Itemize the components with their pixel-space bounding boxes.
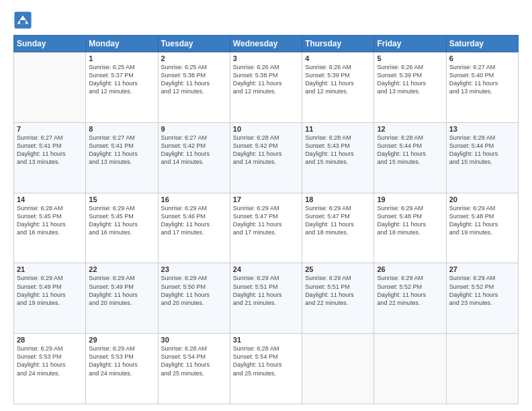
page: SundayMondayTuesdayWednesdayThursdayFrid… (0, 0, 532, 411)
day-info: Sunrise: 6:29 AM Sunset: 5:51 PM Dayligh… (305, 274, 371, 307)
calendar-cell: 30Sunrise: 6:28 AM Sunset: 5:54 PM Dayli… (158, 334, 230, 404)
day-info: Sunrise: 6:29 AM Sunset: 5:48 PM Dayligh… (377, 204, 443, 237)
logo-icon (13, 11, 32, 30)
day-number: 22 (89, 265, 154, 273)
calendar-cell: 29Sunrise: 6:29 AM Sunset: 5:53 PM Dayli… (86, 334, 158, 404)
calendar-cell (374, 334, 446, 404)
calendar-cell: 22Sunrise: 6:29 AM Sunset: 5:49 PM Dayli… (86, 263, 158, 334)
calendar-cell: 1Sunrise: 6:25 AM Sunset: 5:37 PM Daylig… (86, 52, 158, 123)
day-number: 18 (305, 195, 371, 203)
calendar-cell (446, 334, 518, 404)
calendar-cell (14, 52, 86, 123)
calendar-cell: 25Sunrise: 6:29 AM Sunset: 5:51 PM Dayli… (302, 263, 374, 334)
day-info: Sunrise: 6:28 AM Sunset: 5:44 PM Dayligh… (449, 134, 515, 167)
day-header-sunday: Sunday (14, 36, 86, 52)
day-info: Sunrise: 6:29 AM Sunset: 5:45 PM Dayligh… (89, 204, 154, 237)
day-info: Sunrise: 6:28 AM Sunset: 5:43 PM Dayligh… (305, 134, 371, 167)
calendar-cell: 9Sunrise: 6:27 AM Sunset: 5:42 PM Daylig… (158, 122, 230, 193)
calendar-cell: 15Sunrise: 6:29 AM Sunset: 5:45 PM Dayli… (86, 193, 158, 263)
day-number: 19 (377, 195, 443, 203)
day-info: Sunrise: 6:28 AM Sunset: 5:45 PM Dayligh… (17, 204, 83, 237)
calendar-week-row: 7Sunrise: 6:27 AM Sunset: 5:41 PM Daylig… (14, 122, 519, 193)
day-number: 4 (305, 54, 371, 62)
day-number: 27 (449, 265, 515, 273)
day-number: 8 (89, 125, 154, 133)
day-info: Sunrise: 6:25 AM Sunset: 5:37 PM Dayligh… (89, 63, 154, 96)
calendar-cell: 5Sunrise: 6:26 AM Sunset: 5:39 PM Daylig… (374, 52, 446, 123)
calendar-cell: 31Sunrise: 6:28 AM Sunset: 5:54 PM Dayli… (230, 334, 302, 404)
day-number: 6 (449, 54, 515, 62)
day-number: 15 (89, 195, 154, 203)
day-number: 17 (233, 195, 299, 203)
day-number: 13 (449, 125, 515, 133)
day-number: 1 (89, 54, 154, 62)
day-info: Sunrise: 6:29 AM Sunset: 5:49 PM Dayligh… (89, 274, 154, 307)
calendar-week-row: 28Sunrise: 6:29 AM Sunset: 5:53 PM Dayli… (14, 334, 519, 404)
calendar-cell: 23Sunrise: 6:29 AM Sunset: 5:50 PM Dayli… (158, 263, 230, 334)
calendar-cell: 18Sunrise: 6:29 AM Sunset: 5:47 PM Dayli… (302, 193, 374, 263)
day-number: 3 (233, 54, 299, 62)
day-info: Sunrise: 6:27 AM Sunset: 5:41 PM Dayligh… (89, 134, 154, 167)
calendar-cell: 20Sunrise: 6:29 AM Sunset: 5:48 PM Dayli… (446, 193, 518, 263)
calendar-cell: 27Sunrise: 6:29 AM Sunset: 5:52 PM Dayli… (446, 263, 518, 334)
day-number: 9 (161, 125, 227, 133)
day-info: Sunrise: 6:29 AM Sunset: 5:53 PM Dayligh… (17, 345, 83, 377)
day-number: 7 (17, 125, 83, 133)
day-info: Sunrise: 6:29 AM Sunset: 5:46 PM Dayligh… (161, 204, 227, 237)
day-info: Sunrise: 6:29 AM Sunset: 5:52 PM Dayligh… (377, 274, 443, 307)
calendar-cell: 13Sunrise: 6:28 AM Sunset: 5:44 PM Dayli… (446, 122, 518, 193)
header (13, 11, 519, 30)
day-header-tuesday: Tuesday (158, 36, 230, 52)
svg-rect-2 (20, 20, 26, 24)
calendar-cell: 10Sunrise: 6:28 AM Sunset: 5:42 PM Dayli… (230, 122, 302, 193)
day-info: Sunrise: 6:29 AM Sunset: 5:49 PM Dayligh… (17, 274, 83, 307)
day-info: Sunrise: 6:29 AM Sunset: 5:53 PM Dayligh… (89, 345, 154, 377)
day-number: 11 (305, 125, 371, 133)
day-number: 31 (233, 336, 299, 344)
day-info: Sunrise: 6:27 AM Sunset: 5:40 PM Dayligh… (449, 63, 515, 96)
day-info: Sunrise: 6:25 AM Sunset: 5:38 PM Dayligh… (161, 63, 227, 96)
day-header-friday: Friday (374, 36, 446, 52)
day-info: Sunrise: 6:27 AM Sunset: 5:42 PM Dayligh… (161, 134, 227, 167)
day-number: 26 (377, 265, 443, 273)
day-info: Sunrise: 6:29 AM Sunset: 5:50 PM Dayligh… (161, 274, 227, 307)
day-info: Sunrise: 6:27 AM Sunset: 5:41 PM Dayligh… (17, 134, 83, 167)
day-header-thursday: Thursday (302, 36, 374, 52)
calendar-week-row: 14Sunrise: 6:28 AM Sunset: 5:45 PM Dayli… (14, 193, 519, 263)
calendar-cell: 16Sunrise: 6:29 AM Sunset: 5:46 PM Dayli… (158, 193, 230, 263)
calendar-cell: 6Sunrise: 6:27 AM Sunset: 5:40 PM Daylig… (446, 52, 518, 123)
day-info: Sunrise: 6:28 AM Sunset: 5:54 PM Dayligh… (161, 345, 227, 377)
calendar-cell: 4Sunrise: 6:26 AM Sunset: 5:39 PM Daylig… (302, 52, 374, 123)
day-number: 12 (377, 125, 443, 133)
day-info: Sunrise: 6:26 AM Sunset: 5:38 PM Dayligh… (233, 63, 299, 96)
day-number: 16 (161, 195, 227, 203)
day-header-saturday: Saturday (446, 36, 518, 52)
calendar-week-row: 1Sunrise: 6:25 AM Sunset: 5:37 PM Daylig… (14, 52, 519, 123)
calendar-cell: 14Sunrise: 6:28 AM Sunset: 5:45 PM Dayli… (14, 193, 86, 263)
day-number: 5 (377, 54, 443, 62)
day-number: 24 (233, 265, 299, 273)
calendar-cell: 24Sunrise: 6:29 AM Sunset: 5:51 PM Dayli… (230, 263, 302, 334)
calendar-cell: 8Sunrise: 6:27 AM Sunset: 5:41 PM Daylig… (86, 122, 158, 193)
day-number: 29 (89, 336, 154, 344)
calendar-cell: 26Sunrise: 6:29 AM Sunset: 5:52 PM Dayli… (374, 263, 446, 334)
day-number: 14 (17, 195, 83, 203)
day-info: Sunrise: 6:28 AM Sunset: 5:42 PM Dayligh… (233, 134, 299, 167)
day-number: 25 (305, 265, 371, 273)
calendar-cell: 12Sunrise: 6:28 AM Sunset: 5:44 PM Dayli… (374, 122, 446, 193)
day-header-monday: Monday (86, 36, 158, 52)
day-info: Sunrise: 6:28 AM Sunset: 5:44 PM Dayligh… (377, 134, 443, 167)
day-info: Sunrise: 6:29 AM Sunset: 5:47 PM Dayligh… (233, 204, 299, 237)
day-number: 23 (161, 265, 227, 273)
calendar-table: SundayMondayTuesdayWednesdayThursdayFrid… (13, 35, 519, 404)
logo (13, 11, 35, 30)
day-number: 21 (17, 265, 83, 273)
day-number: 2 (161, 54, 227, 62)
day-number: 10 (233, 125, 299, 133)
calendar-cell: 28Sunrise: 6:29 AM Sunset: 5:53 PM Dayli… (14, 334, 86, 404)
calendar-cell: 2Sunrise: 6:25 AM Sunset: 5:38 PM Daylig… (158, 52, 230, 123)
day-header-wednesday: Wednesday (230, 36, 302, 52)
day-info: Sunrise: 6:29 AM Sunset: 5:52 PM Dayligh… (449, 274, 515, 307)
calendar-cell: 11Sunrise: 6:28 AM Sunset: 5:43 PM Dayli… (302, 122, 374, 193)
day-info: Sunrise: 6:28 AM Sunset: 5:54 PM Dayligh… (233, 345, 299, 377)
